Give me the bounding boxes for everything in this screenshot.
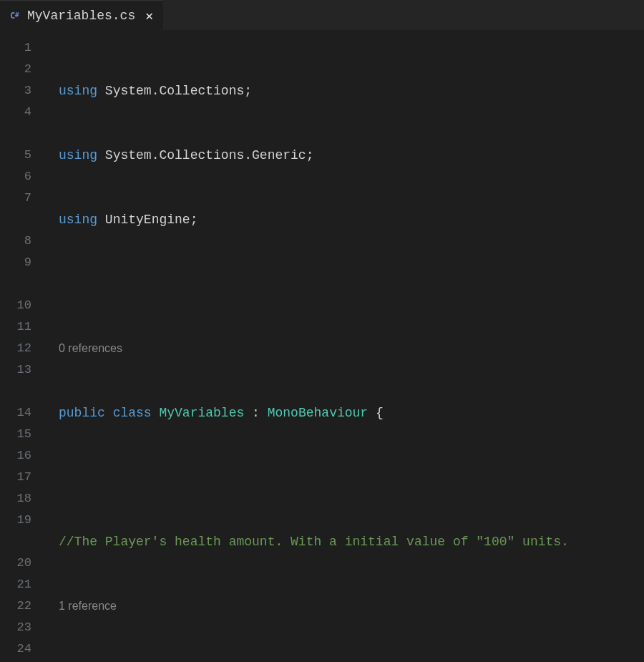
line-number-gutter: 1 2 3 4 5 6 7 8 9 10 11 12 13 14 15 16 1… bbox=[0, 30, 46, 662]
line-number: 20 bbox=[0, 531, 46, 574]
line-number: 13 bbox=[0, 359, 46, 381]
code-area[interactable]: using System.Collections; using System.C… bbox=[46, 30, 644, 662]
line-number: 2 bbox=[0, 59, 46, 80]
line-number: 3 bbox=[0, 80, 46, 102]
code-line[interactable] bbox=[46, 467, 644, 488]
code-line[interactable]: using UnityEngine; bbox=[46, 209, 644, 230]
line-number: 21 bbox=[0, 574, 46, 595]
svg-text:#: # bbox=[15, 11, 19, 19]
line-number: 11 bbox=[0, 316, 46, 338]
line-number: 6 bbox=[0, 166, 46, 188]
codelens-class[interactable]: 0 references bbox=[46, 338, 644, 359]
tab-title: MyVariables.cs bbox=[27, 9, 135, 23]
line-number: 22 bbox=[0, 595, 46, 617]
line-number: 23 bbox=[0, 617, 46, 638]
line-number: 10 bbox=[0, 273, 46, 316]
line-number: 12 bbox=[0, 338, 46, 359]
line-number: 4 bbox=[0, 102, 46, 123]
line-number: 9 bbox=[0, 252, 46, 273]
line-number: 16 bbox=[0, 445, 46, 467]
line-number: 17 bbox=[0, 467, 46, 488]
line-number: 1 bbox=[0, 37, 46, 59]
line-number: 7 bbox=[0, 188, 46, 209]
code-line[interactable] bbox=[46, 273, 644, 295]
line-number: 15 bbox=[0, 424, 46, 445]
line-number: 19 bbox=[0, 510, 46, 531]
tab-myvariables[interactable]: C# MyVariables.cs ✕ bbox=[0, 0, 163, 30]
tab-bar: C# MyVariables.cs ✕ bbox=[0, 0, 644, 30]
code-line[interactable]: using System.Collections; bbox=[46, 80, 644, 102]
code-line[interactable]: public class MyVariables : MonoBehaviour… bbox=[46, 402, 644, 424]
line-number: 24 bbox=[0, 638, 46, 660]
line-number: 8 bbox=[0, 209, 46, 252]
close-icon[interactable]: ✕ bbox=[145, 8, 153, 24]
codelens-playerhealth[interactable]: 1 reference bbox=[46, 595, 644, 617]
line-number: 14 bbox=[0, 381, 46, 424]
code-line[interactable]: //The Player's health amount. With a ini… bbox=[46, 531, 644, 553]
line-number: 18 bbox=[0, 488, 46, 510]
line-number: 5 bbox=[0, 123, 46, 166]
code-editor[interactable]: 1 2 3 4 5 6 7 8 9 10 11 12 13 14 15 16 1… bbox=[0, 30, 644, 662]
code-line[interactable]: using System.Collections.Generic; bbox=[46, 145, 644, 166]
csharp-icon: C# bbox=[10, 10, 21, 21]
